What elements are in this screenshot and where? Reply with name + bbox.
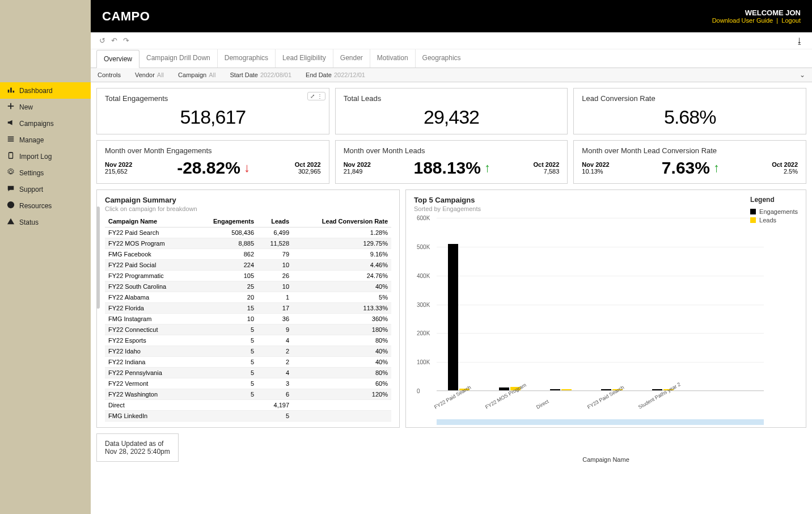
table-row[interactable]: FY22 Paid Social224104.46% [105, 260, 391, 271]
vendor-filter[interactable]: VendorAll [135, 71, 164, 78]
col-header[interactable]: Leads [257, 216, 293, 227]
bar-group[interactable] [448, 244, 470, 390]
sidebar-item-new[interactable]: New [0, 99, 91, 115]
tab-geographics[interactable]: Geographics [416, 49, 468, 68]
svg-rect-8 [9, 153, 13, 159]
ytick: 200K [417, 330, 430, 336]
tab-gender[interactable]: Gender [333, 49, 370, 68]
table-row[interactable]: FY22 Idaho5240% [105, 346, 391, 357]
table-row[interactable]: FY22 Programmatic1052624.76% [105, 271, 391, 281]
sidebar-item-dashboard[interactable]: Dashboard [0, 82, 91, 99]
ytick: 0 [417, 388, 420, 394]
megaphone-icon [7, 119, 15, 128]
sidebar-item-manage[interactable]: Manage [0, 132, 91, 148]
bar [652, 389, 662, 390]
sidebar-item-campaigns[interactable]: Campaigns [0, 115, 91, 132]
chevron-down-icon[interactable]: ⌄ [800, 71, 805, 79]
xlabel: FY23 Paid Search [586, 384, 625, 410]
bar [550, 389, 560, 390]
svg-rect-4 [8, 106, 14, 107]
table-row[interactable]: FY22 MOS Program8,88511,528129.75% [105, 238, 391, 249]
bar-group[interactable] [550, 389, 572, 390]
top-campaigns-chart-panel: Top 5 Campaigns Sorted by Engagements 01… [405, 189, 806, 428]
table-row[interactable]: FY22 Pennsylvania5480% [105, 368, 391, 378]
table-row[interactable]: Direct4,197 [105, 400, 391, 411]
chart-legend: Legend Engagements Leads [750, 196, 798, 225]
tabs: OverviewCampaign Drill DownDemographicsL… [91, 49, 812, 68]
table-row[interactable]: FY22 Esports5480% [105, 335, 391, 346]
controls-bar: Controls VendorAll CampaignAll Start Dat… [91, 68, 812, 82]
logo-placeholder [0, 0, 91, 65]
bar [499, 387, 509, 390]
sidebar: DashboardNewCampaignsManageImport LogSet… [0, 0, 91, 514]
svg-rect-1 [10, 88, 12, 93]
ytick: 100K [417, 359, 430, 365]
mom-conversion: Month over Month Lead Conversion RateNov… [573, 140, 806, 184]
table-row[interactable]: FY22 Paid Search508,4366,4991.28% [105, 227, 391, 238]
tab-campaign-drill-down[interactable]: Campaign Drill Down [139, 49, 218, 68]
mom-leads: Month over Month LeadsNov 202221,849188.… [335, 140, 568, 184]
undo-icon[interactable]: ↺ [99, 36, 105, 45]
table-row[interactable]: FY22 Florida1517113.33% [105, 303, 391, 314]
bar [601, 389, 611, 390]
table-row[interactable]: FMG YouTube3 [105, 422, 391, 422]
col-header[interactable]: Campaign Name [105, 216, 193, 227]
ytick: 400K [417, 272, 430, 279]
campaign-filter[interactable]: CampaignAll [178, 71, 215, 78]
back-icon[interactable]: ↶ [111, 36, 117, 45]
kpi-engagements-value: 518,617 [105, 106, 321, 128]
summary-subtitle: Click on campaign for breakdown [105, 205, 391, 212]
controls-label: Controls [98, 71, 121, 78]
bar [561, 389, 572, 390]
start-date-filter[interactable]: Start Date2022/08/01 [230, 71, 291, 78]
ytick: 500K [417, 243, 430, 250]
forward-icon[interactable]: ↷ [123, 36, 129, 45]
svg-rect-2 [13, 91, 15, 93]
xlabel: FY22 MOS Program [484, 382, 527, 410]
sidebar-item-import-log[interactable]: Import Log [0, 148, 91, 165]
table-row[interactable]: FY22 Indiana5240% [105, 357, 391, 368]
card-expand-icon[interactable]: ⤢⋮ [307, 92, 325, 100]
table-row[interactable]: FY22 Vermont5360% [105, 378, 391, 389]
ytick: 300K [417, 301, 430, 307]
summary-title: Campaign Summary [105, 196, 391, 204]
table-row[interactable]: FMG Facebook862799.16% [105, 249, 391, 260]
xaxis-title: Campaign Name [414, 456, 798, 463]
summary-table: Campaign NameEngagementsLeadsLead Conver… [105, 216, 391, 422]
table-row[interactable]: FMG Instagram1036360% [105, 314, 391, 325]
xaxis-highlight [437, 419, 764, 425]
table-row[interactable]: FMG LinkedIn5 [105, 411, 391, 422]
sidebar-item-status[interactable]: Status [0, 214, 91, 230]
bar [448, 244, 458, 390]
logout-link[interactable]: Logout [781, 17, 801, 24]
mom-engagements: Month over Month EngagementsNov 2022215,… [96, 140, 329, 184]
download-guide-link[interactable]: Download User Guide [712, 17, 773, 24]
sidebar-item-settings[interactable]: Settings [0, 165, 91, 181]
download-icon[interactable]: ⭳ [796, 36, 803, 45]
chart-icon [7, 86, 15, 95]
svg-rect-0 [8, 90, 10, 92]
scrollbar[interactable] [96, 207, 100, 309]
table-row[interactable]: FY22 Connecticut59180% [105, 325, 391, 335]
table-row[interactable]: FY22 Washington56120% [105, 389, 391, 400]
xlabel: Direct [535, 398, 549, 410]
info-icon [7, 201, 15, 210]
tab-demographics[interactable]: Demographics [218, 49, 276, 68]
mom-pct: -28.82% ↓ [177, 158, 250, 178]
table-row[interactable]: FY22 South Carolina251040% [105, 281, 391, 292]
tab-lead-eligibility[interactable]: Lead Eligibility [276, 49, 333, 68]
data-updated-note: Data Updated as of Nov 28, 2022 5:40pm [96, 433, 179, 462]
sidebar-item-support[interactable]: Support [0, 181, 91, 197]
brand-logo: CAMPO [102, 9, 150, 24]
col-header[interactable]: Lead Conversion Rate [293, 216, 391, 227]
tab-motivation[interactable]: Motivation [370, 49, 416, 68]
col-header[interactable]: Engagements [193, 216, 257, 227]
gear-icon [7, 168, 15, 178]
svg-rect-7 [8, 141, 14, 142]
end-date-filter[interactable]: End Date2022/12/01 [306, 71, 365, 78]
warning-icon [7, 217, 15, 227]
header: CAMPO WELCOME JON Download User Guide | … [91, 0, 812, 32]
tab-overview[interactable]: Overview [96, 50, 139, 68]
table-row[interactable]: FY22 Alabama2015% [105, 292, 391, 303]
sidebar-item-resources[interactable]: Resources [0, 197, 91, 214]
